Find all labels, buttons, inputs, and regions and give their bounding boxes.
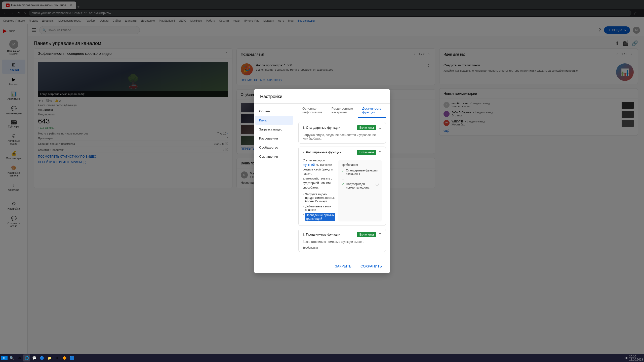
- save-button[interactable]: СОХРАНИТЬ: [357, 262, 385, 270]
- requirements-title-2: Требования: [341, 163, 379, 167]
- settings-modal: Настройки Общее Канал Загрузка видео Раз…: [254, 89, 390, 273]
- req-info-icon[interactable]: ⓘ: [376, 182, 379, 187]
- feature-bullets-2: Загрузка видео продолжительностью более …: [303, 192, 335, 221]
- bullet-item: Загрузка видео продолжительностью более …: [303, 192, 335, 204]
- modal-overlay[interactable]: Настройки Общее Канал Загрузка видео Раз…: [0, 0, 644, 362]
- taskbar-app3-icon[interactable]: 📁: [46, 354, 53, 361]
- feature-desc-1: Загрузка видео, создание плейлистов и уп…: [299, 133, 386, 143]
- taskbar: ⊞ 🔍 🗂 🌐 💬 🔵 📁 ⚙ 🔶 🟦 РУС 20:10 13.10.2023: [0, 354, 644, 362]
- feature-title-1: 1. Стандартные функции: [303, 126, 340, 129]
- feature-status-3: Включены ⌃: [357, 232, 382, 237]
- req-item-plus: +: [341, 177, 379, 181]
- feature-num-3: 3.: [303, 233, 306, 236]
- feature-link-2[interactable]: функций: [303, 163, 315, 167]
- feature-row-standard: 1. Стандартные функции Включены ⌄ Загруз…: [298, 122, 386, 144]
- feature-status-2: Включены ⌃: [357, 150, 382, 155]
- feature-header-1[interactable]: 1. Стандартные функции Включены ⌄: [299, 122, 386, 133]
- modal-nav-community[interactable]: Сообщество: [255, 143, 293, 152]
- bullet-item: Проведение прямых трансляций: [303, 212, 335, 221]
- req-text-1: Стандартные функции включены: [346, 169, 379, 176]
- feature-header-3[interactable]: 3. Продвинутые функции Включены ⌃: [299, 229, 386, 240]
- taskbar-file-icon[interactable]: 🗂: [16, 354, 23, 361]
- bullet-item: Добавление своих значков: [303, 204, 335, 212]
- taskbar-browser-icon[interactable]: 🌐: [23, 354, 30, 361]
- feature-name-3: Продвинутые функции: [306, 233, 340, 236]
- sys-tray: РУС 20:10 13.10.2023: [623, 355, 643, 361]
- feature-arrow-1[interactable]: ⌄: [378, 125, 382, 130]
- taskbar-app6-icon[interactable]: 🟦: [68, 354, 75, 361]
- feature-text-2: С этим набором функций вы сможете создат…: [303, 158, 335, 190]
- modal-body: Общее Канал Загрузка видео Разрешения Со…: [254, 104, 390, 259]
- req-item-1: ✓ Стандартные функции включены: [341, 169, 379, 176]
- modal-title: Настройки: [254, 89, 390, 104]
- feature-name-2: Расширенные функции: [306, 150, 341, 154]
- requirements-label-3: Требования: [299, 246, 386, 252]
- modal-nav-agreements[interactable]: Соглашения: [255, 152, 293, 161]
- modal-nav-channel[interactable]: Канал: [255, 116, 293, 125]
- feature-badge-1: Включены: [357, 125, 376, 130]
- close-button[interactable]: ЗАКРЫТЬ: [332, 262, 354, 270]
- feature-title-3: 3. Продвинутые функции: [303, 233, 340, 236]
- modal-nav-permissions[interactable]: Разрешения: [255, 134, 293, 143]
- taskbar-app5-icon[interactable]: 🔶: [61, 354, 68, 361]
- feature-row-pro: 3. Продвинутые функции Включены ⌃ Беспла…: [298, 229, 386, 252]
- taskbar-date: 13.10.2023: [629, 358, 643, 361]
- modal-nav-upload[interactable]: Загрузка видео: [255, 125, 293, 134]
- modal-tabs: Основная информация Расширенные настройк…: [294, 104, 390, 118]
- feature-status-1: Включены ⌄: [357, 125, 382, 130]
- feature-num-2: 2.: [303, 151, 306, 154]
- tab-features[interactable]: Доступность функций: [358, 104, 386, 118]
- tab-basic-info[interactable]: Основная информация: [298, 104, 328, 118]
- feature-header-2[interactable]: 2. Расширенные функции Включены ⌃: [299, 147, 386, 158]
- tab-advanced[interactable]: Расширенные настройки: [328, 104, 358, 118]
- feature-row-advanced: 2. Расширенные функции Включены ⌃: [298, 147, 386, 226]
- feature-name-1: Стандартные функции: [306, 126, 340, 129]
- taskbar-app4-icon[interactable]: ⚙: [53, 354, 60, 361]
- feature-badge-3: Включены: [357, 232, 376, 237]
- modal-footer: ЗАКРЫТЬ СОХРАНИТЬ: [254, 259, 390, 273]
- feature-arrow-2[interactable]: ⌃: [378, 150, 382, 155]
- feature-num-1: 1.: [303, 126, 306, 129]
- taskbar-search-icon[interactable]: 🔍: [8, 354, 15, 361]
- modal-nav-general[interactable]: Общее: [255, 107, 293, 116]
- feature-title-2: 2. Расширенные функции: [303, 150, 341, 154]
- req-plus-icon: +: [341, 177, 344, 181]
- features-section: 1. Стандартные функции Включены ⌄ Загруз…: [294, 118, 390, 259]
- req-check-icon-1: ✓: [341, 169, 344, 173]
- req-text-2: Подтверждён номер телефона: [346, 182, 374, 189]
- req-check-icon-2: ✓: [341, 182, 344, 186]
- feature-arrow-3[interactable]: ⌃: [378, 232, 382, 237]
- modal-sidebar: Общее Канал Загрузка видео Разрешения Со…: [254, 104, 294, 259]
- start-button[interactable]: ⊞: [1, 356, 8, 360]
- requirements-col-2: Требования ✓ Стандартные функции включен…: [338, 160, 382, 221]
- feature-badge-2: Включены: [357, 150, 376, 155]
- modal-main-content: Основная информация Расширенные настройк…: [294, 104, 390, 259]
- taskbar-app1-icon[interactable]: 💬: [31, 354, 38, 361]
- feature-body-2: С этим набором функций вы сможете создат…: [299, 158, 386, 225]
- sys-lang: РУС: [623, 356, 628, 359]
- feature-columns-2: С этим набором функций вы сможете создат…: [303, 158, 382, 221]
- feature-desc-3: Бесплатно или с помощью функции выше...: [299, 240, 386, 246]
- sys-time: 20:10 13.10.2023: [629, 355, 643, 361]
- taskbar-app2-icon[interactable]: 🔵: [38, 354, 45, 361]
- taskbar-time: 20:10: [629, 355, 636, 358]
- feature-left-2: С этим набором функций вы сможете создат…: [303, 158, 335, 221]
- req-item-2: ✓ Подтверждён номер телефона ⓘ: [341, 182, 379, 189]
- highlighted-text: Проведение прямых трансляций: [305, 213, 335, 221]
